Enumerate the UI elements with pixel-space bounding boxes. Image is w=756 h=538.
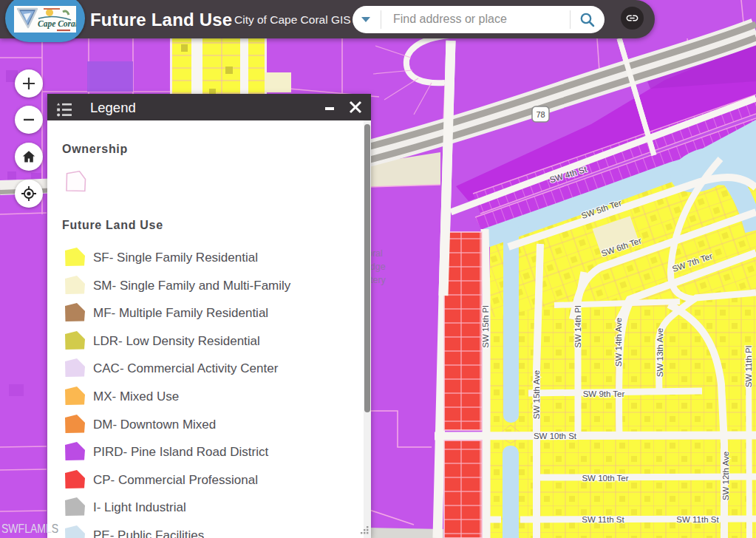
svg-text:SW 10th St: SW 10th St: [534, 432, 577, 440]
svg-text:SW 15th Ave: SW 15th Ave: [532, 370, 541, 419]
svg-text:SW 12th Ave: SW 12th Ave: [721, 452, 730, 500]
svg-text:SW 13th Ave: SW 13th Ave: [655, 328, 664, 377]
svg-text:Cape Coral: Cape Coral: [38, 19, 76, 29]
svg-text:SW 10th Ter: SW 10th Ter: [582, 474, 628, 483]
svg-text:SW 9th Ter: SW 9th Ter: [583, 389, 625, 398]
svg-text:78: 78: [536, 110, 545, 119]
svg-text:SW 14th Ave: SW 14th Ave: [614, 318, 623, 367]
svg-text:SW 15th Pl: SW 15th Pl: [481, 305, 490, 348]
svg-text:SW 11th Pl: SW 11th Pl: [744, 346, 753, 388]
svg-text:SW 11th St: SW 11th St: [676, 515, 719, 524]
svg-text:SW 11th St: SW 11th St: [582, 515, 624, 524]
svg-text:SW 14th Pl: SW 14th Pl: [573, 305, 582, 348]
